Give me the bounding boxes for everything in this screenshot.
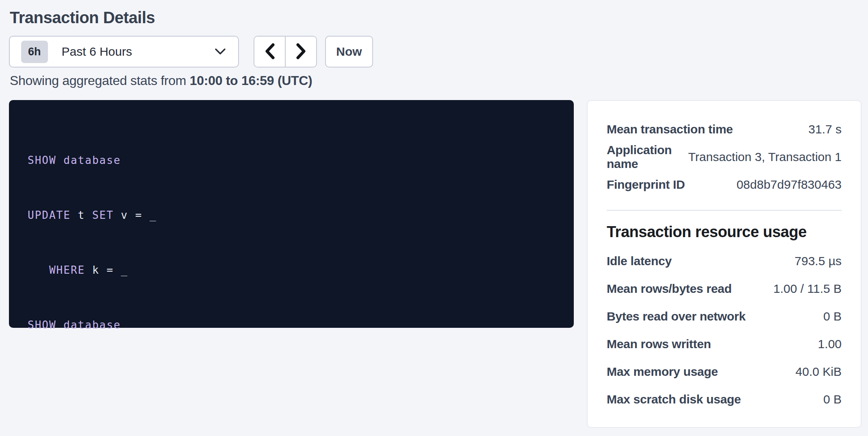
sql-line: SHOW database — [28, 316, 555, 334]
metric-value: 793.5 µs — [794, 254, 842, 268]
resource-usage-rows: Idle latency 793.5 µs Mean rows/bytes re… — [607, 247, 842, 413]
metric-value: 08d8b7d97f830463 — [736, 178, 842, 192]
metric-value: 31.7 s — [808, 122, 842, 136]
aggregated-stats-caption: Showing aggregated stats from 10:00 to 1… — [10, 72, 861, 89]
metric-value: 1.00 / 11.5 B — [773, 282, 842, 296]
metric-label: Mean rows/bytes read — [607, 282, 731, 296]
time-range-picker[interactable]: 6h Past 6 Hours — [9, 36, 239, 68]
time-range-label: Past 6 Hours — [62, 45, 132, 59]
metric-row-mean-transaction-time: Mean transaction time 31.7 s — [607, 116, 842, 143]
now-button[interactable]: Now — [325, 36, 373, 68]
metric-value: 0 B — [823, 310, 842, 323]
sql-line: UPDATE t SET v = _ — [28, 206, 555, 225]
sql-statement-box: SHOW database UPDATE t SET v = _ WHERE k… — [9, 100, 574, 328]
transaction-summary-card: Mean transaction time 31.7 s Application… — [587, 100, 861, 428]
metric-label: Mean rows written — [607, 337, 711, 351]
metric-label: Application name — [607, 143, 688, 171]
stats-prefix: Showing aggregated stats from — [10, 73, 190, 88]
transaction-details-page: Transaction Details 6h Past 6 Hours Now … — [0, 8, 868, 428]
card-divider — [607, 210, 842, 211]
time-controls: 6h Past 6 Hours Now — [9, 36, 861, 68]
metric-label: Max scratch disk usage — [607, 392, 741, 406]
metric-label: Mean transaction time — [607, 122, 733, 136]
page-title: Transaction Details — [10, 8, 861, 27]
next-range-button[interactable] — [286, 37, 316, 67]
metric-label: Fingerprint ID — [607, 178, 685, 192]
metric-value: 40.0 KiB — [796, 365, 842, 379]
chevron-down-icon — [215, 48, 226, 55]
main-content: SHOW database UPDATE t SET v = _ WHERE k… — [9, 100, 861, 428]
metric-row-mean-rows-written: Mean rows written 1.00 — [607, 330, 842, 358]
prev-range-button[interactable] — [254, 37, 286, 67]
metric-label: Max memory usage — [607, 365, 718, 379]
metric-value: 1.00 — [818, 337, 842, 351]
time-nav-group — [254, 36, 317, 68]
metric-row-max-scratch-disk-usage: Max scratch disk usage 0 B — [607, 386, 842, 413]
metric-row-mean-rows-bytes-read: Mean rows/bytes read 1.00 / 11.5 B — [607, 275, 842, 303]
sql-statements: SHOW database UPDATE t SET v = _ WHERE k… — [28, 115, 555, 371]
metric-row-max-memory-usage: Max memory usage 40.0 KiB — [607, 358, 842, 386]
resource-usage-heading: Transaction resource usage — [607, 222, 842, 242]
stats-range: 10:00 to 16:59 (UTC) — [190, 73, 312, 88]
sql-line: WHERE k = _ — [28, 261, 555, 279]
metric-row-idle-latency: Idle latency 793.5 µs — [607, 247, 842, 275]
metric-value: 0 B — [823, 392, 842, 406]
chevron-right-icon — [296, 43, 306, 61]
time-range-badge: 6h — [21, 41, 48, 63]
metric-row-fingerprint-id: Fingerprint ID 08d8b7d97f830463 — [607, 171, 842, 198]
metric-row-application-name: Application name Transaction 3, Transact… — [607, 143, 842, 171]
sql-line: SHOW database — [28, 151, 555, 170]
metric-label: Bytes read over network — [607, 310, 746, 323]
metric-label: Idle latency — [607, 254, 672, 268]
metric-value: Transaction 3, Transaction 1 — [688, 150, 842, 164]
chevron-left-icon — [265, 43, 275, 61]
metric-row-bytes-read-over-network: Bytes read over network 0 B — [607, 303, 842, 330]
